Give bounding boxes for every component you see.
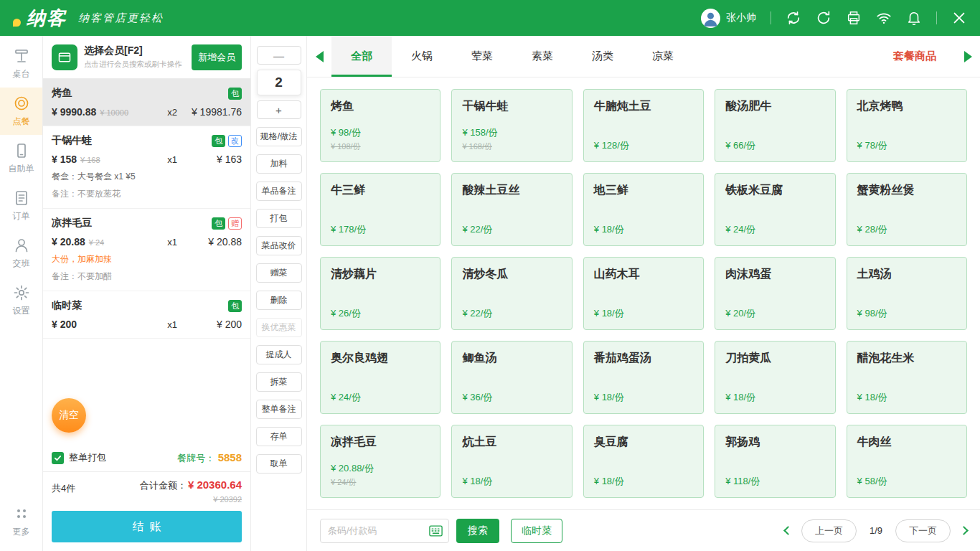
member-select[interactable]: 选择会员[F2] 点击进行会员搜索或刷卡操作 bbox=[84, 44, 182, 70]
menu-item-card[interactable]: 清炒藕片 ¥ 26/份 bbox=[320, 257, 440, 330]
pack-checkbox[interactable] bbox=[52, 452, 64, 464]
tool-button[interactable]: 规格/做法 bbox=[256, 127, 302, 146]
dish-price: ¥ 22/份 bbox=[462, 307, 561, 320]
pack-badge: 包 bbox=[228, 300, 242, 312]
category-tab[interactable]: 素菜 bbox=[512, 36, 573, 77]
category-tab[interactable]: 凉菜 bbox=[633, 36, 693, 77]
cart-item[interactable]: 临时菜 包 ¥ 200 x1 ¥ 200 bbox=[43, 291, 250, 339]
cart-item[interactable]: 干锅牛蛙 包 改 ¥ 158 ¥ 168 x1 ¥ 163 餐盒：大号餐盒 x1… bbox=[43, 126, 250, 209]
category-tab[interactable]: 全部 bbox=[331, 36, 392, 77]
tool-button[interactable]: 菜品改价 bbox=[256, 236, 302, 255]
dish-price: ¥ 22/份 bbox=[462, 223, 561, 236]
tool-button[interactable]: 拆菜 bbox=[256, 372, 302, 392]
next-page-button[interactable]: 下一页 bbox=[895, 519, 951, 542]
tool-button[interactable]: 整单备注 bbox=[256, 400, 302, 419]
dish-name: 干锅牛蛙 bbox=[462, 99, 561, 114]
tool-button[interactable]: 存单 bbox=[256, 427, 302, 446]
menu-item-card[interactable]: 鲫鱼汤 ¥ 36/份 bbox=[451, 341, 572, 414]
tool-button[interactable]: 赠菜 bbox=[256, 263, 302, 283]
dish-price: ¥ 118/份 bbox=[725, 475, 824, 488]
search-button[interactable]: 搜索 bbox=[456, 519, 499, 543]
tabs-scroll-left[interactable] bbox=[307, 36, 331, 77]
category-tab[interactable]: 火锅 bbox=[392, 36, 452, 77]
menu-item-card[interactable]: 牛肉丝 ¥ 58/份 bbox=[847, 425, 967, 498]
menu-item-card[interactable]: 刀拍黄瓜 ¥ 18/份 bbox=[715, 341, 835, 414]
qty-minus-button[interactable]: — bbox=[257, 46, 301, 65]
add-member-button[interactable]: 新增会员 bbox=[192, 44, 242, 70]
menu-item-card[interactable]: 酸汤肥牛 ¥ 66/份 bbox=[715, 89, 835, 162]
cart-item-orig-price: ¥ 24 bbox=[89, 238, 104, 247]
menu-item-card[interactable]: 土鸡汤 ¥ 98/份 bbox=[847, 257, 967, 330]
cart-item-total: ¥ 200 bbox=[177, 319, 242, 330]
menu-item-card[interactable]: 铁板米豆腐 ¥ 24/份 bbox=[715, 173, 835, 246]
close-icon[interactable] bbox=[951, 10, 967, 26]
keyboard-icon[interactable] bbox=[428, 524, 443, 537]
tool-button[interactable]: 打包 bbox=[256, 209, 302, 228]
category-tab[interactable]: 荤菜 bbox=[452, 36, 512, 77]
sync-icon[interactable] bbox=[786, 10, 801, 26]
qty-value[interactable]: 2 bbox=[257, 70, 301, 95]
printer-icon[interactable] bbox=[846, 10, 862, 26]
temp-dish-button[interactable]: 临时菜 bbox=[511, 519, 562, 543]
menu-item-card[interactable]: 牛腩炖土豆 ¥ 128/份 bbox=[583, 89, 704, 162]
table-card-number[interactable]: 餐牌号： 5858 bbox=[177, 451, 242, 465]
wifi-icon[interactable] bbox=[876, 10, 892, 26]
divider bbox=[771, 11, 771, 24]
menu-item-card[interactable]: 奥尔良鸡翅 ¥ 24/份 bbox=[320, 341, 440, 414]
menu-item-card[interactable]: 牛三鲜 ¥ 178/份 bbox=[320, 173, 440, 246]
dish-name: 烤鱼 bbox=[331, 99, 430, 114]
menu-item-card[interactable]: 烤鱼 ¥ 98/份 ¥ 108/份 bbox=[320, 89, 440, 162]
menu-item-card[interactable]: 山药木耳 ¥ 18/份 bbox=[583, 257, 704, 330]
checkout-button[interactable]: 结账 bbox=[52, 511, 242, 542]
cart-item-name: 烤鱼 bbox=[52, 87, 72, 100]
sidebar-item-order[interactable]: 点餐 bbox=[0, 88, 42, 135]
check-icon bbox=[54, 454, 62, 462]
sidebar-item-self-order[interactable]: 自助单 bbox=[0, 135, 42, 182]
dish-name: 肉沫鸡蛋 bbox=[725, 267, 824, 282]
total-label: 合计金额： bbox=[140, 480, 187, 491]
sidebar-item-orders[interactable]: 订单 bbox=[0, 182, 42, 230]
tabs-scroll-right[interactable] bbox=[956, 36, 980, 77]
menu-item-card[interactable]: 臭豆腐 ¥ 18/份 bbox=[583, 425, 704, 498]
menu-item-card[interactable]: 地三鲜 ¥ 18/份 bbox=[583, 173, 704, 246]
tool-button[interactable]: 取单 bbox=[256, 454, 302, 474]
qty-plus-button[interactable]: + bbox=[257, 100, 301, 119]
cart-item-total: ¥ 19981.76 bbox=[177, 106, 242, 118]
cart-item[interactable]: 凉拌毛豆 包 赠 ¥ 20.88 ¥ 24 x1 ¥ 20.88 大份，加麻加辣… bbox=[43, 209, 250, 291]
sidebar-item-tables[interactable]: 桌台 bbox=[0, 40, 42, 88]
cart-item[interactable]: 烤鱼 包 ¥ 9990.88 ¥ 10000 x2 ¥ 19981.76 bbox=[43, 79, 250, 126]
prev-chevron-icon bbox=[783, 526, 793, 535]
clear-cart-button[interactable]: 清空 bbox=[52, 398, 86, 433]
category-tab[interactable]: 汤类 bbox=[573, 36, 633, 77]
sidebar-item-label: 交班 bbox=[13, 258, 30, 270]
item-tools-panel: — 2 + 规格/做法 加料 单品备注 打包 菜品改价 赠菜 删除 换优惠菜 提… bbox=[251, 36, 307, 551]
menu-item-card[interactable]: 干锅牛蛙 ¥ 158/份 ¥ 168/份 bbox=[451, 89, 572, 162]
refresh-icon[interactable] bbox=[816, 10, 831, 26]
dish-name: 酸汤肥牛 bbox=[725, 99, 824, 114]
menu-item-card[interactable]: 郭扬鸡 ¥ 118/份 bbox=[715, 425, 835, 498]
tool-button[interactable]: 单品备注 bbox=[256, 182, 302, 201]
tool-button[interactable]: 删除 bbox=[256, 291, 302, 310]
menu-item-card[interactable]: 酸辣土豆丝 ¥ 22/份 bbox=[451, 173, 572, 246]
menu-item-card[interactable]: 炕土豆 ¥ 18/份 bbox=[451, 425, 572, 498]
sidebar-item-label: 桌台 bbox=[13, 68, 30, 80]
menu-item-card[interactable]: 凉拌毛豆 ¥ 20.88/份 ¥ 24/份 bbox=[320, 425, 440, 498]
sidebar-item-settings[interactable]: 设置 bbox=[0, 277, 42, 324]
combo-products-tab[interactable]: 套餐商品 bbox=[874, 36, 956, 77]
dish-name: 北京烤鸭 bbox=[857, 99, 956, 114]
sidebar-item-more[interactable]: 更多 bbox=[0, 498, 42, 545]
tool-button[interactable]: 提成人 bbox=[256, 345, 302, 364]
prev-page-button[interactable]: 上一页 bbox=[801, 519, 857, 542]
menu-item-card[interactable]: 北京烤鸭 ¥ 78/份 bbox=[847, 89, 967, 162]
menu-item-card[interactable]: 醋泡花生米 ¥ 18/份 bbox=[847, 341, 967, 414]
menu-item-card[interactable]: 肉沫鸡蛋 ¥ 20/份 bbox=[715, 257, 835, 330]
menu-item-card[interactable]: 清炒冬瓜 ¥ 22/份 bbox=[451, 257, 572, 330]
bell-icon[interactable] bbox=[906, 10, 922, 26]
menu-item-card[interactable]: 蟹黄粉丝煲 ¥ 28/份 bbox=[847, 173, 967, 246]
tool-button[interactable]: 加料 bbox=[256, 154, 302, 174]
tool-button[interactable]: 换优惠菜 bbox=[256, 318, 302, 337]
sidebar-item-shift[interactable]: 交班 bbox=[0, 230, 42, 277]
item-count: 共4件 bbox=[52, 482, 75, 495]
menu-item-card[interactable]: 番茄鸡蛋汤 ¥ 18/份 bbox=[583, 341, 704, 414]
user-menu[interactable]: 张小帅 bbox=[701, 9, 756, 28]
